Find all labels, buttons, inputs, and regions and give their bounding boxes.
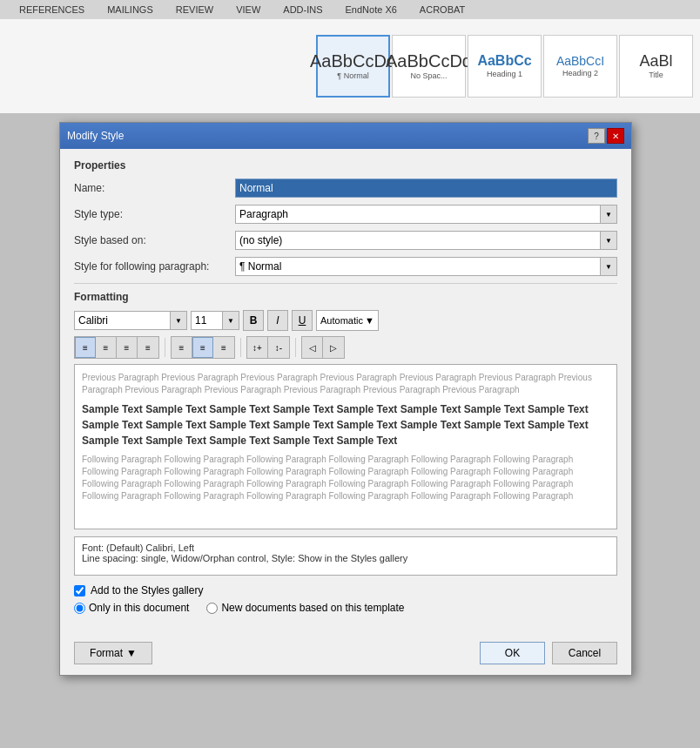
formatting-section-label: Formatting: [74, 291, 617, 303]
ribbon-content: AaBbCcDd ¶ Normal AaBbCcDd No Spac... Aa…: [0, 19, 700, 113]
formatting-toolbar-2: ≡ ≡ ≡ ≡ ≡ ≡ ≡ ↕+ ↕- ◁ ▷: [74, 336, 617, 359]
style-heading2-label: Heading 2: [562, 69, 598, 77]
style-type-select[interactable]: Paragraph: [235, 205, 600, 224]
new-documents-label[interactable]: New documents based on this template: [221, 602, 404, 614]
style-heading1-label: Heading 1: [487, 70, 522, 78]
style-heading1[interactable]: AaBbCc Heading 1: [468, 35, 542, 98]
align-group-2: ≡ ≡ ≡: [171, 336, 235, 359]
add-to-gallery-checkbox[interactable]: [74, 585, 85, 596]
indent-decrease-btn[interactable]: ◁: [302, 337, 323, 358]
align-justify-btn[interactable]: ≡: [138, 337, 158, 358]
style-based-row: Style based on: (no style) ▼: [74, 231, 617, 250]
size-dropdown-btn[interactable]: ▼: [222, 311, 239, 330]
align-group: ≡ ≡ ≡ ≡: [74, 336, 159, 359]
align-justify2-btn[interactable]: ≡: [213, 337, 234, 358]
underline-button[interactable]: U: [292, 310, 313, 331]
description-line2: Line spacing: single, Widow/Orphan contr…: [82, 553, 609, 563]
style-heading2-sample: AaBbCcI: [556, 55, 604, 67]
styles-area: AaBbCcDd ¶ Normal AaBbCcDd No Spac... Aa…: [316, 35, 693, 98]
properties-section-label: Properties: [74, 159, 617, 172]
new-documents-radio[interactable]: [206, 603, 218, 614]
color-dropdown-icon: ▼: [365, 315, 374, 326]
style-title-sample: AaBl: [639, 53, 672, 69]
description-area: Font: (Default) Calibri, Left Line spaci…: [74, 536, 617, 576]
ok-button[interactable]: OK: [480, 642, 545, 664]
font-select[interactable]: Calibri: [74, 311, 170, 330]
style-following-row: Style for following paragraph: ¶ Normal …: [74, 257, 617, 276]
add-to-gallery-label[interactable]: Add to the Styles gallery: [91, 584, 203, 596]
ribbon: REFERENCES MAILINGS REVIEW VIEW ADD-INS …: [0, 0, 700, 113]
size-select[interactable]: 11: [191, 311, 222, 330]
footer-left: Format ▼: [74, 642, 480, 664]
name-input[interactable]: [235, 179, 617, 198]
cancel-button-label: Cancel: [569, 647, 601, 659]
style-following-select[interactable]: ¶ Normal: [235, 257, 600, 276]
color-button[interactable]: Automatic ▼: [316, 310, 379, 331]
tab-addins[interactable]: ADD-INS: [273, 3, 333, 17]
modify-style-dialog: Modify Style ? ✕ Properties Name: Style …: [59, 122, 632, 676]
align-right-btn[interactable]: ≡: [117, 337, 138, 358]
style-heading2[interactable]: AaBbCcI Heading 2: [543, 35, 617, 98]
only-document-radio[interactable]: [74, 603, 85, 614]
tab-acrobat[interactable]: ACROBAT: [409, 3, 475, 17]
ok-button-label: OK: [505, 647, 520, 659]
tab-view[interactable]: VIEW: [225, 3, 271, 17]
formatting-toolbar-1: Calibri ▼ 11 ▼ B I U Automatic ▼: [74, 310, 617, 331]
cancel-button[interactable]: Cancel: [552, 642, 617, 664]
dialog-title: Modify Style: [67, 130, 124, 142]
style-based-dropdown-btn[interactable]: ▼: [600, 231, 617, 250]
style-title-label: Title: [649, 71, 663, 79]
dialog-titlebar: Modify Style ? ✕: [60, 123, 631, 149]
dialog-footer: Format ▼ OK Cancel: [60, 635, 631, 675]
bold-button[interactable]: B: [243, 310, 264, 331]
radio-row: Only in this document New documents base…: [74, 602, 617, 614]
font-dropdown-btn[interactable]: ▼: [170, 311, 187, 330]
spacing-increase-btn[interactable]: ↕+: [247, 337, 268, 358]
style-normal-label: ¶ Normal: [337, 71, 368, 80]
description-line1: Font: (Default) Calibri, Left: [82, 542, 609, 553]
titlebar-buttons: ? ✕: [588, 128, 624, 144]
radio-only-document: Only in this document: [74, 602, 189, 614]
style-type-select-wrapper: Paragraph ▼: [235, 205, 617, 224]
style-type-row: Style type: Paragraph ▼: [74, 205, 617, 224]
format-button[interactable]: Format ▼: [74, 642, 152, 664]
style-title[interactable]: AaBl Title: [619, 35, 693, 98]
font-select-wrapper: Calibri ▼: [74, 311, 187, 330]
style-no-spacing-sample: AaBbCcDd: [386, 52, 472, 70]
align-left2-btn[interactable]: ≡: [172, 337, 192, 358]
indent-group: ◁ ▷: [301, 336, 345, 359]
format-dropdown-icon: ▼: [126, 647, 137, 659]
format-button-label: Format: [90, 647, 123, 659]
align-left-btn[interactable]: ≡: [75, 337, 96, 358]
style-normal[interactable]: AaBbCcDd ¶ Normal: [316, 35, 390, 98]
only-document-label[interactable]: Only in this document: [89, 602, 189, 614]
style-based-select[interactable]: (no style): [235, 231, 600, 250]
name-row: Name:: [74, 179, 617, 198]
align-center2-btn[interactable]: ≡: [192, 337, 213, 358]
style-no-spacing[interactable]: AaBbCcDd No Spac...: [392, 35, 466, 98]
add-to-gallery-row: Add to the Styles gallery: [74, 584, 617, 596]
style-following-label: Style for following paragraph:: [74, 260, 235, 273]
tab-endnote[interactable]: EndNote X6: [335, 3, 407, 17]
italic-button[interactable]: I: [267, 310, 288, 331]
preview-previous-text: Previous Paragraph Previous Paragraph Pr…: [82, 372, 609, 396]
style-normal-sample: AaBbCcDd: [310, 52, 396, 70]
line-spacing-group: ↕+ ↕-: [246, 336, 290, 359]
tab-review[interactable]: REVIEW: [165, 3, 224, 17]
dialog-body: Properties Name: Style type: Paragraph ▼…: [60, 149, 631, 635]
style-following-select-wrapper: ¶ Normal ▼: [235, 257, 617, 276]
preview-area: Previous Paragraph Previous Paragraph Pr…: [74, 364, 617, 529]
help-button[interactable]: ?: [588, 128, 605, 144]
close-button[interactable]: ✕: [607, 128, 624, 144]
spacing-decrease-btn[interactable]: ↕-: [268, 337, 289, 358]
tab-mailings[interactable]: MAILINGS: [97, 3, 164, 17]
tab-references[interactable]: REFERENCES: [9, 3, 95, 17]
style-following-dropdown-btn[interactable]: ▼: [600, 257, 617, 276]
radio-new-documents: New documents based on this template: [206, 602, 404, 614]
color-label: Automatic: [320, 315, 363, 326]
preview-sample-text: Sample Text Sample Text Sample Text Samp…: [82, 401, 609, 448]
align-center-btn[interactable]: ≡: [96, 337, 117, 358]
style-type-label: Style type:: [74, 208, 235, 220]
style-type-dropdown-btn[interactable]: ▼: [600, 205, 617, 224]
indent-increase-btn[interactable]: ▷: [323, 337, 344, 358]
